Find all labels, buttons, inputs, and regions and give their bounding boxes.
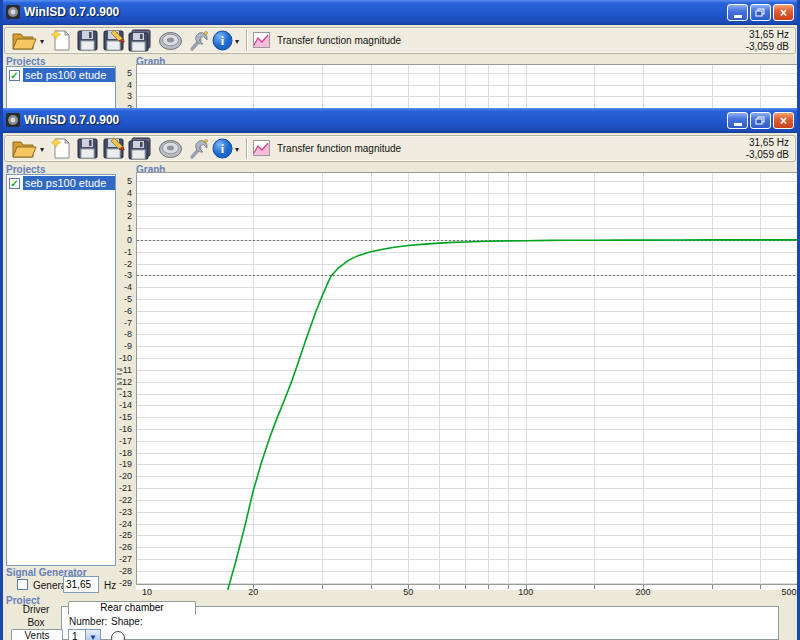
- x-axis-tick-label: 500: [774, 587, 800, 597]
- driver-editor-icon[interactable]: [157, 137, 184, 160]
- y-axis-tick-label: -3: [116, 270, 132, 280]
- y-axis-tick-label: -7: [116, 318, 132, 328]
- y-axis-tick-label: -26: [116, 542, 132, 552]
- open-project-icon[interactable]: [10, 137, 37, 160]
- winisd-window-back[interactable]: WinISD 0.7.0.900 × ▾: [0, 0, 800, 108]
- info-icon[interactable]: i: [212, 30, 233, 51]
- project-list-item[interactable]: ✓ seb ps100 etude: [7, 67, 115, 83]
- info-dropdown-icon[interactable]: ▾: [235, 145, 239, 154]
- x-axis-labels: 102050100200500: [136, 587, 798, 599]
- info-icon[interactable]: i: [212, 138, 233, 159]
- project-item-label[interactable]: seb ps100 etude: [23, 176, 115, 190]
- project-checkbox[interactable]: ✓: [9, 178, 20, 189]
- y-axis-tick-label: -29: [116, 578, 132, 588]
- y-axis-tick-label: -16: [116, 424, 132, 434]
- toolbar: ▾: [3, 134, 797, 163]
- y-axis-tick-label: -14: [116, 400, 132, 410]
- new-project-icon[interactable]: [50, 137, 72, 160]
- y-axis-tick-label: 4: [116, 80, 132, 90]
- y-axis-tick-label: -17: [116, 436, 132, 446]
- open-dropdown-icon[interactable]: ▾: [40, 145, 44, 154]
- toolbar-separator: [246, 138, 247, 159]
- shape-label: Shape:: [111, 616, 143, 627]
- y-axis-tick-label: -22: [116, 495, 132, 505]
- save-as-icon[interactable]: [102, 29, 125, 52]
- y-axis-tick-label: 3: [116, 199, 132, 209]
- y-axis-tick-label: -10: [116, 353, 132, 363]
- minimize-button[interactable]: [727, 4, 748, 21]
- window-title: WinISD 0.7.0.900: [24, 5, 119, 19]
- plot-type-label[interactable]: Transfer function magnitude: [277, 143, 401, 154]
- winisd-window-front[interactable]: WinISD 0.7.0.900 × ▾: [0, 108, 800, 640]
- close-button[interactable]: ×: [773, 112, 794, 129]
- projects-listbox[interactable]: ✓ seb ps100 etude: [6, 66, 116, 108]
- close-button[interactable]: ×: [773, 4, 794, 21]
- app-icon: [6, 113, 20, 127]
- number-label: Number:: [69, 616, 107, 627]
- toolbox-icon[interactable]: [187, 29, 210, 52]
- y-axis-tick-label: -20: [116, 471, 132, 481]
- y-axis-tick-label: -19: [116, 459, 132, 469]
- y-axis-tick-label: -1: [116, 247, 132, 257]
- plot-type-icon[interactable]: [253, 140, 270, 156]
- y-axis-tick-label: -9: [116, 341, 132, 351]
- combobox-dropdown-icon[interactable]: ▼: [85, 630, 100, 640]
- graph-plot[interactable]: [136, 172, 798, 590]
- plot-type-label[interactable]: Transfer function magnitude: [277, 35, 401, 46]
- save-all-icon[interactable]: [128, 29, 151, 52]
- title-bar[interactable]: WinISD 0.7.0.900 ×: [0, 108, 800, 133]
- cursor-magnitude-readout: -3,059 dB: [719, 149, 789, 160]
- frequency-unit-label: Hz: [104, 580, 116, 591]
- vent-shape-circle-icon[interactable]: [111, 631, 125, 640]
- tab-rear-chamber[interactable]: Rear chamber: [68, 601, 196, 615]
- cursor-magnitude-readout: -3,059 dB: [719, 41, 789, 52]
- y-axis-tick-label: -2: [116, 259, 132, 269]
- title-bar[interactable]: WinISD 0.7.0.900 ×: [0, 0, 800, 25]
- graph-block: 543210-1-2-3-4-5-6-7-8-9-10-11-12-13-14-…: [116, 172, 800, 604]
- open-project-icon[interactable]: [10, 29, 37, 52]
- vent-number-value: 1: [72, 631, 78, 640]
- project-item-label[interactable]: seb ps100 etude: [23, 68, 115, 82]
- cursor-frequency-readout: 31,65 Hz: [719, 29, 789, 40]
- y-axis-tick-label: 2: [116, 211, 132, 221]
- vent-number-combobox[interactable]: 1 ▼: [68, 629, 101, 640]
- project-checkbox[interactable]: ✓: [9, 70, 20, 81]
- tab-vents[interactable]: Vents: [11, 629, 63, 640]
- restore-button[interactable]: [750, 112, 771, 129]
- generator-frequency-input[interactable]: [63, 576, 99, 593]
- save-icon[interactable]: [76, 137, 99, 160]
- x-axis-tick-label: 100: [511, 587, 541, 597]
- minimize-button[interactable]: [727, 112, 748, 129]
- info-dropdown-icon[interactable]: ▾: [235, 37, 239, 46]
- y-axis-tick-label: -8: [116, 329, 132, 339]
- app-icon: [6, 5, 20, 19]
- tab-driver[interactable]: Driver: [11, 604, 61, 617]
- y-axis-tick-label: -24: [116, 519, 132, 529]
- generate-checkbox[interactable]: [17, 579, 28, 590]
- projects-listbox[interactable]: ✓ seb ps100 etude: [6, 174, 116, 566]
- open-dropdown-icon[interactable]: ▾: [40, 37, 44, 46]
- driver-editor-icon[interactable]: [157, 29, 184, 52]
- y-axis-tick-label: 4: [116, 188, 132, 198]
- y-axis-tick-label: 5: [116, 176, 132, 186]
- graph-plot[interactable]: [136, 64, 798, 108]
- restore-icon: [755, 8, 766, 18]
- minimize-icon: [734, 123, 742, 126]
- new-project-icon[interactable]: [50, 29, 72, 52]
- toolbar-separator: [246, 30, 247, 51]
- toolbox-icon[interactable]: [187, 137, 210, 160]
- splitter-grip-icon[interactable]: [117, 368, 122, 390]
- save-all-icon[interactable]: [128, 137, 151, 160]
- y-axis-tick-label: -18: [116, 448, 132, 458]
- save-as-icon[interactable]: [102, 137, 125, 160]
- close-icon: ×: [780, 7, 787, 19]
- restore-button[interactable]: [750, 4, 771, 21]
- plot-type-icon[interactable]: [253, 32, 270, 48]
- y-axis-tick-label: -21: [116, 483, 132, 493]
- restore-icon: [755, 116, 766, 126]
- graph-block: 543210-1-2-3-4-5-6-7-8-9-10-11-12-13-14-…: [116, 64, 800, 108]
- x-axis-tick-label: 10: [132, 587, 162, 597]
- y-axis-tick-label: -23: [116, 507, 132, 517]
- save-icon[interactable]: [76, 29, 99, 52]
- project-list-item[interactable]: ✓ seb ps100 etude: [7, 175, 115, 191]
